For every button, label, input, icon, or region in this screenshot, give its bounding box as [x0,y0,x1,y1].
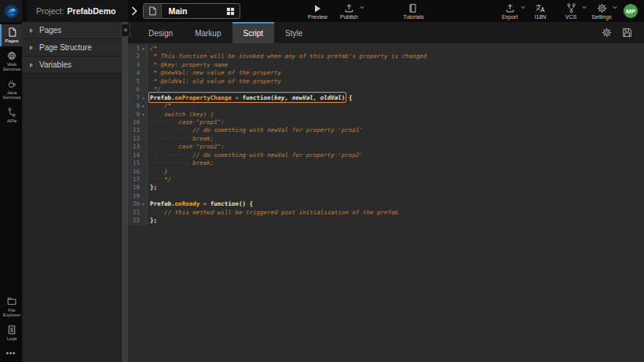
page-selector-value: Main [162,6,226,16]
topbar: Project: PrefabDemo Main Preview [0,0,644,22]
code-editor[interactable]: 1▾/*2·*·This·function·will·be·invoked·wh… [128,43,644,362]
grid-icon[interactable] [226,7,240,16]
vcs-button[interactable]: VCS [558,0,584,22]
code-line: 19 [128,192,644,200]
left-rail: Pages Web Services Java Services APIs [0,22,22,362]
export-icon [505,3,515,13]
chevron-down-icon [582,5,587,9]
editor-settings-gear-icon[interactable] [602,27,612,38]
page-selector[interactable]: Main [143,3,240,19]
export-button[interactable]: Export [497,0,522,22]
upload-icon [344,3,354,13]
sidebar-empty-area [22,74,122,362]
chevron-down-icon [360,5,364,9]
rail-item-web-services[interactable]: Web Services [0,48,22,75]
caret-right-icon [30,63,33,68]
logs-icon [8,325,16,335]
gear-icon [597,3,607,13]
chevron-down-icon [613,5,617,9]
code-line: 16····} [128,168,644,176]
code-line: 2·*·This·function·will·be·invoked·when·a… [128,53,644,60]
project-breadcrumb: Project: PrefabDemo [27,0,128,22]
app-window: Project: PrefabDemo Main Preview [0,0,644,362]
more-options-icon[interactable]: ••• [0,345,22,359]
rail-item-logs[interactable]: Logs [0,322,22,344]
tutorials-button[interactable]: Tutorials [401,0,426,22]
rail-item-java-services[interactable]: Java Services [0,76,22,103]
sidebar-section-pages[interactable]: Pages « [22,22,122,39]
code-line: 1▾/* [128,45,644,53]
chevron-down-icon [521,5,525,9]
code-line: 11············//·do·something·with·newVa… [128,126,644,134]
book-icon [408,3,418,13]
code-line: 3·*·@key:·property·name [128,61,644,69]
caret-right-icon [30,46,33,50]
code-line: 12············break; [128,135,644,143]
code-line: 4·*·@newVal:·new·value·of·the·property [128,69,644,77]
editor-pane: Design Markup Script Style 1▾/*2·*·This·… [128,22,644,362]
wavemaker-logo-icon[interactable] [0,0,22,22]
fold-marker-icon[interactable]: ▾ [140,200,147,208]
branch-icon [566,3,576,13]
page-icon [144,4,162,18]
code-line: 10········case·"prop1": [128,119,644,126]
chevron-right-icon [131,6,137,16]
code-line: 7▾Prefab.onPropertyChange·=·function(key… [128,94,644,102]
fold-marker-icon[interactable]: ▾ [140,45,147,53]
code-line: 22}; [128,217,644,225]
panel-splitter[interactable] [122,22,128,362]
project-label: Project: [36,6,64,16]
i18n-button[interactable]: I18N [528,0,553,22]
rail-item-pages[interactable]: Pages [0,24,22,46]
fold-marker-icon[interactable]: ▾ [140,111,147,119]
sidebar-section-label: Page Structure [39,43,92,52]
settings-button[interactable]: Settings [589,0,614,22]
code-line: 18}; [128,184,644,192]
sidebar-section-variables[interactable]: Variables [22,57,122,74]
editor-tabbar: Design Markup Script Style [128,22,644,43]
tab-markup[interactable]: Markup [184,22,232,43]
project-name: PrefabDemo [68,6,116,16]
code-line: 5·*·@oldVal:·old·value·of·the·property [128,78,644,86]
sidebar-section-label: Variables [39,60,71,69]
tab-style[interactable]: Style [274,22,313,43]
preview-button[interactable]: Preview [305,0,330,22]
code-line: 13········case·"prop2": [128,143,644,151]
sidebar-section-label: Pages [39,26,61,35]
api-connector-icon [7,108,16,117]
code-line: 17····*/ [128,176,644,184]
sidebar-section-page-structure[interactable]: Page Structure [22,39,122,57]
folder-icon [7,297,16,306]
code-lines: 1▾/*2·*·This·function·will·be·invoked·wh… [128,45,644,225]
rail-item-apis[interactable]: APIs [0,104,22,126]
code-line: 21····//·this·method·will·be·triggered·p… [128,209,644,217]
caret-right-icon [30,28,33,33]
save-icon[interactable] [622,27,632,38]
highlighted-code: Prefab.onPropertyChange·=·function(key,·… [150,94,345,101]
fold-marker-icon[interactable]: ▾ [140,94,147,102]
sidebar: Pages « Page Structure Variables [22,22,122,362]
code-line: 6·*/ [128,86,644,93]
pages-icon [8,27,16,37]
code-line: 14············//·do·something·with·newVa… [128,152,644,159]
code-line: 8▾····/* [128,102,644,110]
code-line: 15············break; [128,159,644,167]
tab-script[interactable]: Script [232,22,275,43]
code-line: 20▾Prefab.onReady·=·function()·{ [128,200,644,208]
user-avatar[interactable]: MP [624,4,638,18]
fold-marker-icon[interactable]: ▾ [140,102,147,110]
globe-icon [7,51,16,60]
code-line: 9▾····switch·(key)·{ [128,111,644,119]
play-icon [313,3,322,13]
rail-item-file-explorer[interactable]: File Explorer [0,294,22,320]
publish-button[interactable]: Publish [336,0,361,22]
collapse-panel-button[interactable]: « [121,24,130,37]
coffee-cup-icon [7,79,16,89]
tab-design[interactable]: Design [137,22,184,43]
translate-icon [535,3,546,13]
